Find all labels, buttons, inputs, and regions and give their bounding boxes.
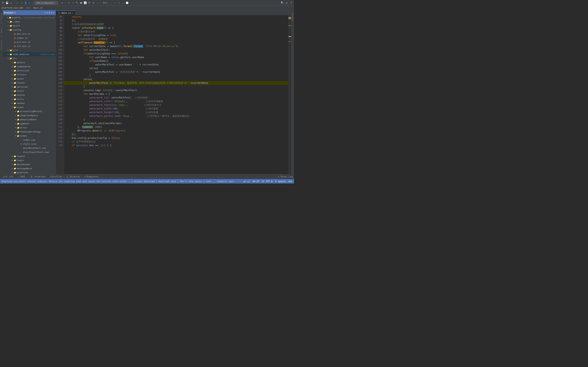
- status-branch[interactable]: dev: [288, 180, 292, 183]
- bottom-tab-terminal-label: Terminal: [70, 175, 80, 178]
- status-encoding[interactable]: LF UTF-8: [262, 180, 273, 183]
- undo-icon[interactable]: ↩: [67, 1, 70, 4]
- menu-icon[interactable]: ☰: [1, 1, 4, 4]
- help-icon[interactable]: ?: [290, 1, 293, 4]
- tree-appuser[interactable]: ▶ 📁 appUser: [3, 122, 56, 125]
- git-push-icon[interactable]: ↑: [117, 1, 121, 4]
- tree-assets[interactable]: ▶ 📁 assets: [3, 60, 56, 64]
- tree-index-vue[interactable]: ✓ index.vue: [3, 138, 56, 142]
- tree-directive[interactable]: ▶ 📁 directive: [3, 68, 56, 73]
- save-all-icon[interactable]: 💾: [5, 1, 9, 4]
- left-tab-2[interactable]: 2: Commit: [0, 25, 3, 39]
- tree-sit-env[interactable]: js sit.env.js: [3, 44, 56, 48]
- bottom-tab-endpoints[interactable]: ⊕ Endpoints: [83, 175, 100, 178]
- cursor-icon[interactable]: ↖: [28, 1, 31, 4]
- build-icon[interactable]: 🔨: [75, 1, 79, 4]
- tree-label: feedingStrategy: [20, 131, 55, 133]
- tree-dev-env[interactable]: js dev.env.js: [3, 32, 56, 36]
- redo-icon[interactable]: ↪: [71, 1, 75, 4]
- tree-utils[interactable]: ▶ 📁 utils: [3, 97, 56, 101]
- sync-icon[interactable]: ↻: [9, 1, 13, 4]
- git-history-icon[interactable]: 🕐: [126, 1, 129, 4]
- tree-message-word[interactable]: ▶ 📁 messageWord: [3, 166, 56, 170]
- back-icon[interactable]: ←: [16, 1, 19, 4]
- user-icon[interactable]: 👤: [24, 1, 27, 4]
- tree-views[interactable]: ▼ 📂 views: [3, 105, 56, 109]
- bottom-tab-git[interactable]: ⎇ 9: Git: [1, 175, 15, 178]
- run-button[interactable]: ▶: [61, 1, 64, 4]
- js-icon: js: [13, 45, 16, 47]
- tree-router[interactable]: ▶ 📁 router: [3, 81, 56, 85]
- coverage-icon[interactable]: 📊: [84, 1, 87, 4]
- tree-vendor[interactable]: ▶ 📁 vendor: [3, 101, 56, 105]
- tree-index-folder[interactable]: ▼ 📂 index: [3, 134, 56, 138]
- right-tab-database[interactable]: Database: [292, 11, 294, 23]
- pin-icon[interactable]: ⊞: [49, 11, 50, 14]
- status-indent[interactable]: 4 spaces: [275, 180, 286, 183]
- tree-index-js[interactable]: js index.js: [3, 36, 56, 40]
- breadcrumb-src[interactable]: src: [26, 7, 30, 9]
- left-tab-1[interactable]: 1: Project: [0, 11, 3, 25]
- status-warnings[interactable]: ▲4 ▲7: [243, 180, 250, 183]
- settings-icon[interactable]: ⚙: [285, 1, 288, 4]
- tab-main-js[interactable]: js main.js ✕: [56, 10, 75, 15]
- project-dropdown-icon[interactable]: ▼: [14, 12, 16, 14]
- tab-close-btn[interactable]: ✕: [72, 12, 73, 14]
- tree-userrole-chart[interactable]: ✓ UserRoleChart.vue: [3, 146, 56, 150]
- profile-icon[interactable]: ⏱: [87, 1, 91, 4]
- forward-icon[interactable]: →: [20, 1, 23, 4]
- tree-error[interactable]: ▶ 📁 error: [3, 125, 56, 130]
- breadcrumb-file[interactable]: main.js: [33, 7, 43, 9]
- tree-idea[interactable]: ▶ 📁 .idea: [3, 20, 56, 24]
- tree-root[interactable]: ▼ 📁 platform-vue-web ~/GitCode/animal-pl…: [3, 16, 56, 20]
- bottom-tab-problems[interactable]: ⚠ 6: Problems: [28, 175, 47, 178]
- breadcrumb-project[interactable]: platform-vue-web: [2, 7, 23, 9]
- close-panel-icon[interactable]: ✕: [53, 11, 54, 14]
- tree-mixin[interactable]: ▶ 📁 mixin: [3, 77, 56, 81]
- tree-feeding[interactable]: ▶ 📁 feedingStrategy: [3, 130, 56, 134]
- tree-adoption-apply[interactable]: ▶ 📁 adoptionApply: [3, 113, 56, 117]
- tree-login[interactable]: ▶ 📁 login: [3, 158, 56, 162]
- tree-build[interactable]: ▶ 📁 build: [3, 24, 56, 28]
- git-check-icon[interactable]: ✓: [109, 1, 112, 4]
- scope-icon[interactable]: ⊙: [44, 11, 46, 14]
- tree-accounting[interactable]: ▶ 📁 accountingRecord: [3, 109, 56, 113]
- tree-style-scss[interactable]: S style.scss: [3, 142, 56, 146]
- tree-adoption-data[interactable]: ▶ 📁 adoptionData: [3, 117, 56, 122]
- tree-services[interactable]: ▶ 📁 services: [3, 85, 56, 89]
- arrow: ▶: [7, 53, 9, 55]
- status-line-col[interactable]: 94:25: [252, 180, 259, 183]
- event-log-btn[interactable]: 1 Event Log: [278, 175, 293, 178]
- collapse-icon[interactable]: ≡: [47, 11, 48, 14]
- ln-91: 91: [56, 15, 64, 19]
- settings-icon[interactable]: ⚙: [51, 11, 52, 14]
- git-pull-icon[interactable]: ↓: [121, 1, 125, 4]
- tree-store[interactable]: ▶ 📁 store: [3, 89, 56, 93]
- code-content[interactable]: return; }); //在完成页面加载的时候调用 router.afterE…: [64, 15, 288, 174]
- bottom-tab-profiler[interactable]: ◷ Profiler: [49, 175, 64, 178]
- stop-icon[interactable]: ⏹: [79, 1, 83, 4]
- tree-node-modules[interactable]: ▶ 📁 node_modules library root: [3, 52, 56, 56]
- tree-layout[interactable]: ▶ 📁 layout: [3, 154, 56, 158]
- tree-visitcount-chart[interactable]: ✓ VisitCountChart.vue: [3, 150, 56, 154]
- add-config-button[interactable]: Add Configuration...: [34, 1, 58, 5]
- tree-components[interactable]: ▶ 📁 components: [3, 64, 56, 68]
- tree-dist[interactable]: ▶ 📁 dist: [3, 48, 56, 52]
- tree-label: dev.env.js: [17, 33, 55, 35]
- left-tab-3[interactable]: Favorites: [0, 39, 3, 52]
- bottom-tab-todo[interactable]: ✓ TODO: [17, 175, 26, 178]
- reload-icon[interactable]: ⟲: [92, 1, 95, 4]
- code-line-118: watermark_parent_node:'#app', //水印的上一级节点…: [64, 114, 288, 118]
- tree-platform[interactable]: ▶ 📁 platform: [3, 170, 56, 174]
- cancel-icon[interactable]: ⊗: [96, 1, 99, 4]
- code-line-113: watermark_txt: waterMarkText, //水印内容: [64, 96, 288, 100]
- tree-filters[interactable]: ▶ 📁 filters: [3, 73, 56, 77]
- tree-src[interactable]: ▼ 📂 src: [3, 56, 56, 60]
- tree-styles[interactable]: ▶ 📁 styles: [3, 93, 56, 97]
- bottom-tab-terminal[interactable]: $_ Terminal: [65, 175, 82, 178]
- git-check2-icon[interactable]: ✓: [113, 1, 117, 4]
- tree-pro-env[interactable]: js pro.env.js: [3, 40, 56, 44]
- search-icon[interactable]: 🔍: [281, 1, 284, 4]
- tree-config[interactable]: ▼ 📂 config: [3, 28, 56, 32]
- tree-main-swiper[interactable]: ▶ 📁 mainSwiper: [3, 162, 56, 166]
